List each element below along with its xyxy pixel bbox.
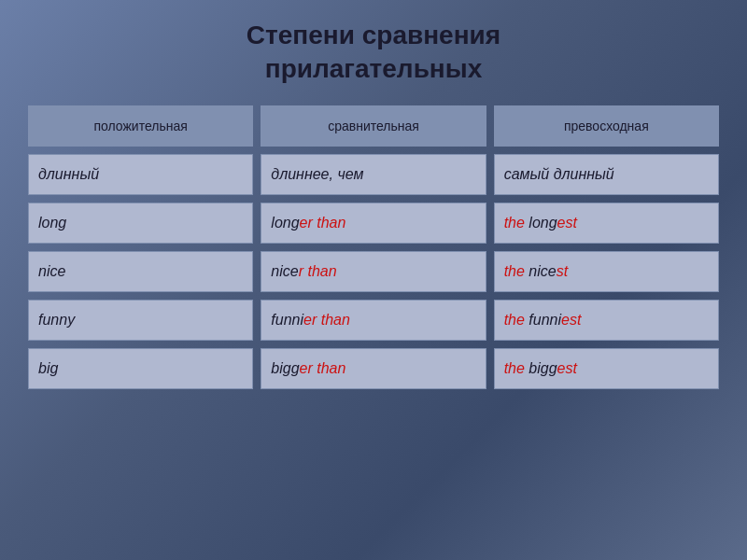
row-long-positive: long [28,203,253,244]
row-big-superlative: the biggest [494,348,719,389]
row-russian-comparative: длиннее, чем [261,154,486,195]
row-big-positive: big [28,348,253,389]
page-title: Степени сравнения прилагательных [247,19,500,87]
header-superlative: превосходная [494,105,719,147]
row-russian-positive: длинный [28,154,253,195]
header-comparative: сравнительная [261,105,486,147]
row-nice-superlative: the nicest [494,251,719,292]
row-funny-comparative: funnier than [261,300,486,341]
row-big-comparative: bigger than [261,348,486,389]
comparison-table: положительная сравнительная превосходная… [28,105,719,389]
row-long-comparative: longer than [261,203,486,244]
row-funny-positive: funny [28,300,253,341]
row-nice-comparative: nicer than [261,251,486,292]
row-funny-superlative: the funniest [494,300,719,341]
row-long-superlative: the longest [494,203,719,244]
header-positive: положительная [28,105,253,147]
row-nice-positive: nice [28,251,253,292]
row-russian-superlative: самый длинный [494,154,719,195]
